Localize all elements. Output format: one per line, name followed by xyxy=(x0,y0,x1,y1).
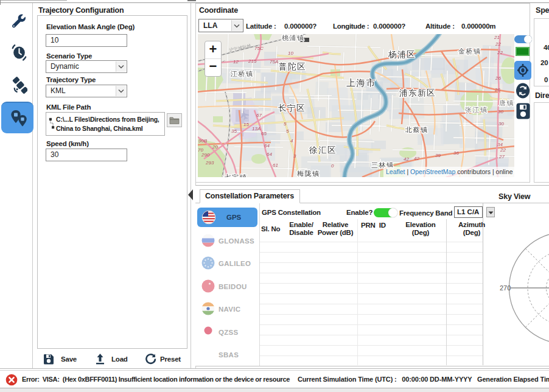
svg-text:36: 36 xyxy=(453,150,459,156)
svg-text:10: 10 xyxy=(288,51,293,56)
svg-text:20: 20 xyxy=(212,144,218,150)
svg-text:桃浦镇: 桃浦镇 xyxy=(282,34,305,41)
svg-text:江桥镇: 江桥镇 xyxy=(230,70,254,77)
svg-text:35: 35 xyxy=(231,128,237,134)
svg-text:七宝镇: 七宝镇 xyxy=(224,173,248,177)
svg-text:21: 21 xyxy=(494,35,500,40)
svg-text:65: 65 xyxy=(261,131,267,136)
svg-text:22: 22 xyxy=(500,147,506,153)
svg-text:75C: 75C xyxy=(254,46,264,51)
svg-text:浦东新区: 浦东新区 xyxy=(399,88,436,97)
svg-text:26: 26 xyxy=(494,87,500,93)
svg-text:5: 5 xyxy=(286,128,289,134)
svg-text:215: 215 xyxy=(248,58,257,64)
svg-text:金桥镇: 金桥镇 xyxy=(458,47,481,55)
svg-text:4: 4 xyxy=(290,138,293,144)
svg-text:0: 0 xyxy=(331,163,334,169)
svg-text:3: 3 xyxy=(293,153,296,159)
svg-text:64: 64 xyxy=(264,143,270,149)
svg-text:北蔡镇: 北蔡镇 xyxy=(405,126,428,133)
svg-text:61: 61 xyxy=(273,163,278,168)
svg-text:22: 22 xyxy=(495,41,501,47)
svg-text:290: 290 xyxy=(201,152,210,158)
svg-text:67: 67 xyxy=(256,113,262,118)
svg-text:普陀区: 普陀区 xyxy=(279,62,306,71)
svg-text:5: 5 xyxy=(284,121,287,127)
svg-text:42: 42 xyxy=(414,156,419,161)
svg-text:长宁区: 长宁区 xyxy=(278,103,306,113)
svg-text:张江镇: 张江镇 xyxy=(465,106,488,113)
svg-text:22: 22 xyxy=(497,50,503,55)
svg-text:64: 64 xyxy=(267,152,272,157)
svg-text:39: 39 xyxy=(435,153,441,158)
svg-text:30: 30 xyxy=(498,121,504,127)
svg-text:12: 12 xyxy=(233,59,239,65)
svg-text:上海市: 上海市 xyxy=(346,78,377,88)
svg-text:293: 293 xyxy=(205,160,214,166)
svg-text:270: 270 xyxy=(500,284,511,292)
svg-text:42: 42 xyxy=(404,156,409,162)
svg-text:梅陇镇: 梅陇镇 xyxy=(296,170,320,177)
svg-text:34: 34 xyxy=(497,142,503,147)
svg-text:27: 27 xyxy=(498,154,505,159)
svg-text:徐汇区: 徐汇区 xyxy=(309,145,337,155)
svg-text:13A: 13A xyxy=(252,126,261,131)
svg-text:90B: 90B xyxy=(198,138,208,144)
svg-text:75A: 75A xyxy=(270,59,278,65)
svg-text:15: 15 xyxy=(243,122,249,127)
svg-text:唐镇: 唐镇 xyxy=(499,99,514,107)
svg-text:30: 30 xyxy=(498,109,503,114)
svg-text:26: 26 xyxy=(495,75,501,81)
svg-text:杨浦区: 杨浦区 xyxy=(388,50,416,59)
